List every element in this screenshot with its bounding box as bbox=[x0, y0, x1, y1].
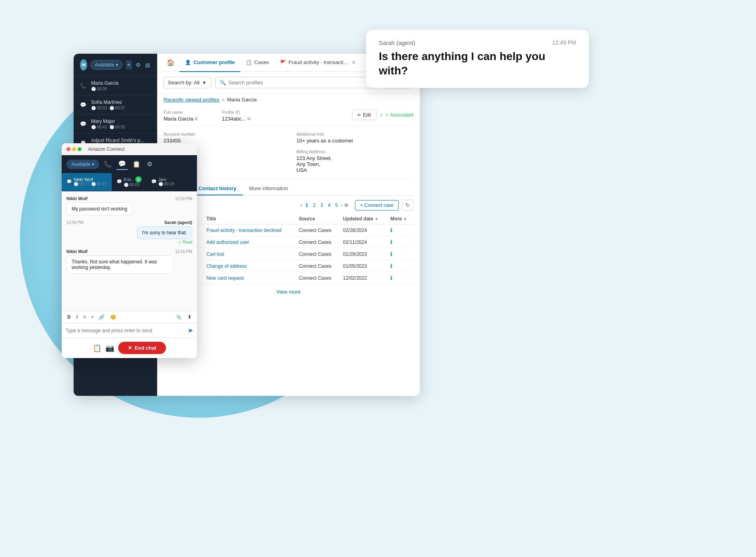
contact-name: Adjust Ricard Smith's p... bbox=[91, 138, 152, 143]
page-3[interactable]: 3 bbox=[319, 202, 325, 209]
page-1[interactable]: 1 bbox=[304, 202, 310, 209]
chat-tab-jam[interactable]: 💬 Jam 🕐 00:29 bbox=[146, 173, 179, 191]
chat-toolbar-button[interactable]: 💬 bbox=[117, 158, 128, 170]
case-title-cell: Cart lost bbox=[203, 248, 296, 260]
case-title-link[interactable]: New card request bbox=[207, 275, 244, 281]
page-next[interactable]: › bbox=[341, 203, 343, 208]
sidebar-menu-button[interactable]: ▤ bbox=[144, 60, 151, 70]
case-info-icon[interactable]: ℹ bbox=[390, 275, 392, 281]
format-italic-button[interactable]: I bbox=[75, 314, 79, 321]
format-link-button[interactable]: 🔗 bbox=[97, 314, 106, 321]
available-status-button[interactable]: Available ▾ bbox=[66, 160, 99, 169]
sidebar-available-button[interactable]: Available ▾ bbox=[90, 60, 122, 70]
tab-contact-history[interactable]: Contact history bbox=[192, 182, 243, 195]
attach-button[interactable]: 📎 bbox=[174, 314, 183, 321]
connect-chat-window: Amazon Connect Available ▾ 📞 💬 📋 ⚙ 💬 Nik… bbox=[62, 143, 197, 358]
msg-time-2: 12:50 PM bbox=[175, 249, 192, 254]
table-row: C34567 ⧉ Cart lost Connect Cases 01/29/2… bbox=[164, 248, 413, 260]
kris-time: 🕐 00:03 bbox=[124, 183, 140, 187]
search-by-select[interactable]: Search by: All ▾ bbox=[164, 77, 211, 88]
nikki-icon: 💬 bbox=[66, 179, 72, 184]
tab-home[interactable]: 🏠 bbox=[162, 59, 179, 66]
col-title: Title bbox=[203, 214, 296, 224]
contact-item[interactable]: 💬 Mary Major 🕐 00:42 🕐 00:05 bbox=[74, 115, 157, 134]
format-bold-button[interactable]: B bbox=[66, 314, 72, 321]
end-chat-button[interactable]: ✕ End chat bbox=[118, 342, 166, 354]
tab-customer-profile[interactable]: 👤 Customer profile bbox=[179, 54, 240, 72]
settings-toolbar-button[interactable]: ⚙ bbox=[145, 159, 154, 169]
case-title-link[interactable]: Change of address bbox=[207, 263, 247, 269]
case-info-icon[interactable]: ℹ bbox=[390, 227, 392, 233]
msg-time-agent: 12:50 PM bbox=[66, 220, 84, 225]
sidebar-add-button[interactable]: + bbox=[126, 60, 132, 70]
case-date-cell: 12/02/2022 bbox=[340, 272, 387, 284]
bubble-agent-name: Sarah (agent) bbox=[379, 39, 415, 46]
case-info-icon[interactable]: ℹ bbox=[390, 263, 392, 269]
tasks-toolbar-button[interactable]: 📋 bbox=[131, 159, 142, 169]
chat-icon: 💬 bbox=[79, 101, 87, 109]
format-ordered-list-button[interactable]: ≡ bbox=[82, 314, 88, 321]
bubble-message: Is there anything I can help you with? bbox=[379, 49, 576, 78]
end-chat-label: End chat bbox=[134, 345, 156, 351]
sidebar-logo: ≋ bbox=[80, 59, 87, 70]
col-source: Source bbox=[296, 214, 340, 224]
tab-fraud[interactable]: 🚩 Fraud activity - transacti... ✕ bbox=[275, 54, 361, 72]
contact-time1: 🕐 00:53 bbox=[91, 106, 107, 110]
copy-full-name-icon[interactable]: ⧉ bbox=[195, 116, 198, 121]
page-prev[interactable]: ‹ bbox=[301, 203, 302, 208]
case-info-icon[interactable]: ℹ bbox=[390, 251, 392, 257]
billing-address-value: 123 Any Street, Any Town, USA bbox=[296, 155, 413, 173]
minimize-window-dot[interactable] bbox=[72, 147, 76, 151]
case-info-icon[interactable]: ℹ bbox=[390, 239, 392, 245]
phone-toolbar-button[interactable]: 📞 bbox=[102, 159, 113, 169]
format-bullet-list-button[interactable]: • bbox=[90, 314, 95, 321]
breadcrumb: Recently viewed profiles > Maria Garcia bbox=[157, 93, 420, 106]
contact-time2: 🕐 00:07 bbox=[109, 106, 125, 110]
msg-bubble: My password isn't working bbox=[66, 203, 132, 215]
edit-profile-button[interactable]: ✏ Edit bbox=[352, 110, 376, 120]
format-emoji-button[interactable]: 😊 bbox=[109, 314, 118, 321]
kris-icon: 💬 bbox=[117, 179, 122, 184]
tab-cases[interactable]: 📋 Cases bbox=[240, 54, 275, 72]
case-title-link[interactable]: Add authorized user bbox=[207, 240, 249, 245]
table-row: B23456 ⧉ Add authorized user Connect Cas… bbox=[164, 236, 413, 248]
search-by-label: Search by: All bbox=[168, 80, 200, 86]
chat-input-toolbar: B I ≡ • 🔗 😊 📎 ⬆ bbox=[62, 311, 197, 323]
breadcrumb-link[interactable]: Recently viewed profiles bbox=[164, 97, 219, 103]
maximize-window-dot[interactable] bbox=[78, 147, 82, 151]
connect-case-button[interactable]: + Connect case bbox=[355, 200, 399, 210]
contact-time2: 🕐 00:05 bbox=[109, 125, 125, 129]
chat-camera-button[interactable]: 📷 bbox=[105, 344, 114, 353]
page-settings-icon[interactable]: ⚙ bbox=[344, 203, 349, 208]
chat-tab-nikki[interactable]: 💬 Nikki Wolf 🕐 00:17 🕐 00:17 bbox=[62, 173, 112, 191]
search-input-wrap: 🔍 bbox=[215, 77, 378, 88]
chat-notes-button[interactable]: 📋 bbox=[93, 344, 101, 353]
tab-cases-label: Cases bbox=[254, 59, 269, 65]
read-label: Read bbox=[183, 240, 192, 244]
page-5[interactable]: 5 bbox=[334, 202, 340, 209]
tab-fraud-close[interactable]: ✕ bbox=[352, 60, 356, 65]
chat-message-input[interactable] bbox=[66, 328, 185, 333]
page-2[interactable]: 2 bbox=[312, 202, 318, 209]
view-more-link[interactable]: View more bbox=[276, 289, 300, 295]
tab-contact-history-label: Contact history bbox=[199, 185, 236, 191]
refresh-button[interactable]: ↻ bbox=[402, 200, 413, 210]
page-4[interactable]: 4 bbox=[326, 202, 332, 209]
upload-button[interactable]: ⬆ bbox=[186, 314, 193, 321]
sidebar-settings-button[interactable]: ⚙ bbox=[135, 60, 142, 70]
account-number-label: Account number bbox=[164, 132, 281, 136]
close-window-dot[interactable] bbox=[66, 147, 70, 151]
contact-item[interactable]: 💬 Sofía Martínez 🕐 00:53 🕐 00:07 bbox=[74, 95, 157, 115]
contact-item[interactable]: 📞 Maria Garcia 🕐 00:39 bbox=[74, 76, 157, 95]
col-updated-date[interactable]: Updated date ▼ bbox=[340, 214, 387, 224]
breadcrumb-current: Maria Garcia bbox=[227, 97, 257, 103]
associated-label: ✓ Associated bbox=[385, 112, 413, 118]
additional-info-value: 10+ years as a customer bbox=[296, 138, 413, 144]
chat-tab-kris[interactable]: 💬 Kris.. 9 🕐 00:03 bbox=[112, 173, 146, 191]
copy-profile-id-icon[interactable]: ⧉ bbox=[247, 116, 251, 121]
case-title-link[interactable]: Cart lost bbox=[207, 251, 224, 257]
tab-more-information[interactable]: More information bbox=[243, 182, 294, 195]
search-profiles-input[interactable] bbox=[228, 80, 374, 86]
send-message-button[interactable]: ➤ bbox=[188, 327, 193, 334]
case-title-link[interactable]: Fraud activity - transaction declined bbox=[207, 228, 282, 233]
